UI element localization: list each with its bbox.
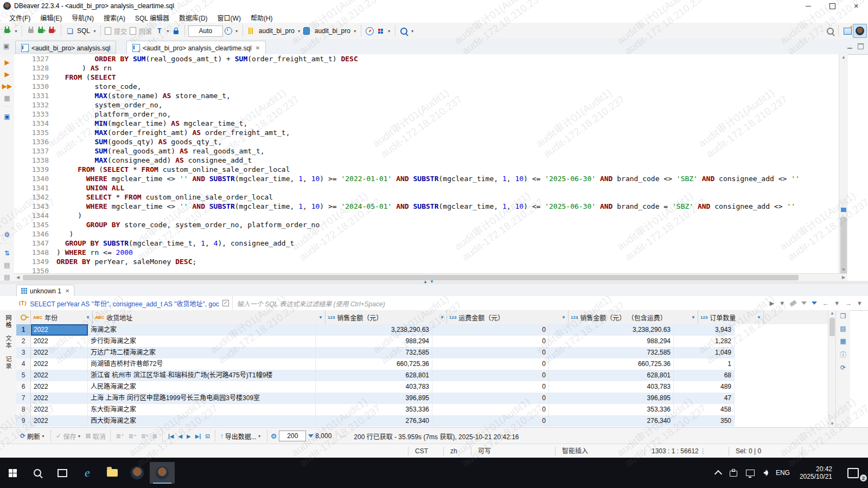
execute-new-tab-icon[interactable]: ▶ (0, 68, 14, 80)
table-cell[interactable]: 尚湖镇吉桥村许巷郎72号 (88, 358, 316, 370)
nav-back-dropdown-icon[interactable]: ▼ (834, 300, 840, 306)
table-cell[interactable]: 海澜之家 (88, 324, 316, 336)
filter-history-dropdown-icon[interactable]: ▼ (779, 300, 785, 306)
table-cell[interactable]: 628,801 (549, 370, 674, 381)
database-picker[interactable]: audit_bi_pro (315, 27, 350, 35)
table-cell[interactable]: 1,282 (674, 336, 735, 347)
sql-code-editor[interactable]: 1327 ORDER BY SUM(real_goods_amt_t) + SU… (14, 54, 839, 273)
column-filter-dropdown-icon[interactable]: ▼ (440, 315, 444, 320)
quick-search-icon[interactable] (825, 25, 835, 37)
row-number[interactable]: 2 (16, 336, 31, 347)
filter-input[interactable]: 输入一个 SQL 表达式来过滤结果 (使用 Ctrl+Space) (232, 296, 764, 310)
table-cell[interactable]: 276,340 (316, 415, 432, 427)
row-number[interactable]: 5 (16, 370, 31, 381)
column-filter-dropdown-icon[interactable]: ▼ (318, 315, 323, 320)
table-cell[interactable]: 0 (432, 415, 549, 427)
execute-script-icon[interactable]: ▶▶ (0, 80, 14, 92)
transaction-lock-icon[interactable] (171, 25, 181, 37)
language-indicator[interactable]: ENG (771, 462, 794, 484)
internet-explorer-icon[interactable]: e (75, 462, 100, 484)
next-row-icon[interactable]: ▶ (187, 433, 191, 439)
filter-sql-text[interactable]: SELECT perYear AS "年份", consignee_add_t … (30, 299, 219, 308)
table-cell[interactable]: 西大街海澜之家 (88, 415, 316, 427)
maximize-button[interactable] (820, 0, 844, 12)
table-cell[interactable]: 396,895 (549, 393, 674, 404)
tab-analysis-sql[interactable]: <audit_bi_pro> analysis.sql (15, 41, 116, 55)
delete-row-icon[interactable]: ≣ˣ (141, 433, 148, 440)
connect-icon[interactable] (26, 25, 36, 37)
grid-corner-cell[interactable] (16, 310, 31, 324)
table-cell[interactable]: 988,294 (549, 336, 674, 347)
table-cell[interactable]: 步行街海澜之家 (88, 336, 316, 347)
more-icon[interactable]: ··· (340, 432, 346, 440)
database-dropdown-icon[interactable]: ▼ (353, 29, 357, 33)
table-cell[interactable]: 2022 (31, 336, 88, 347)
close-tab-icon[interactable]: ✕ (256, 45, 260, 51)
taskbar-clock[interactable]: 20:42 2025/10/21 (794, 462, 838, 484)
notification-center-icon[interactable]: 2 (838, 462, 868, 484)
table-cell[interactable]: 0 (432, 347, 549, 358)
metadata-panel-icon[interactable]: ⓘ (840, 350, 846, 359)
column-filter-dropdown-icon[interactable]: ▼ (691, 315, 695, 320)
export-data-button[interactable]: ↑导出数据...▼ (220, 432, 263, 441)
table-cell[interactable]: 1 (674, 358, 735, 370)
tasks-icon[interactable] (376, 25, 386, 37)
table-cell[interactable]: 350 (674, 415, 735, 427)
menu-item[interactable]: 搜索(A) (99, 12, 130, 23)
last-row-icon[interactable]: ▶| (195, 433, 201, 439)
log-file-icon[interactable]: ▤ (0, 259, 14, 271)
column-header[interactable]: 123订单数量▼ (698, 310, 764, 324)
menu-item[interactable]: 文件(F) (4, 12, 35, 23)
transaction-dropdown-icon[interactable]: ▼ (166, 29, 170, 33)
max-rows-value[interactable]: 8,000 (315, 432, 331, 440)
table-cell[interactable]: 47 (674, 393, 735, 404)
duplicate-row-icon[interactable]: ≣⁼ (129, 433, 137, 440)
table-cell[interactable]: 458 (674, 404, 735, 415)
commit-mode-box[interactable]: Auto (188, 25, 223, 37)
database-icon[interactable] (303, 25, 312, 37)
open-view-icon[interactable] (843, 25, 852, 37)
close-results-icon[interactable]: ✕ (65, 288, 69, 294)
connection-dropdown-icon[interactable]: ▼ (297, 29, 301, 33)
sql-dropdown-icon[interactable]: ▼ (93, 29, 97, 33)
scrollbar-thumb[interactable] (23, 275, 799, 280)
cancel-button[interactable]: ⊠ 取消 (85, 432, 105, 441)
table-cell[interactable]: 2022 (31, 404, 88, 415)
table-cell[interactable]: 353,336 (316, 404, 432, 415)
menu-item[interactable]: 窗口(W) (213, 12, 246, 23)
search-dropdown-icon[interactable]: ▼ (411, 29, 414, 33)
network-tray-icon[interactable] (742, 462, 759, 484)
save-filter-icon[interactable] (801, 301, 807, 305)
maximize-results-icon[interactable]: ❐ (840, 312, 846, 320)
row-number[interactable]: 7 (16, 393, 31, 404)
reconnect-icon[interactable]: ⟳ (37, 25, 47, 37)
usb-tray-icon[interactable] (725, 462, 742, 484)
column-header[interactable]: ABC年份▼ (31, 310, 93, 324)
sql-editor-label[interactable]: SQL (77, 27, 90, 35)
expand-filter-icon[interactable] (222, 300, 229, 306)
menu-item[interactable]: SQL 编辑器 (130, 12, 174, 23)
edit-row-icon[interactable]: ≣ (152, 433, 157, 440)
table-cell[interactable]: 3,238,290.63 (549, 324, 674, 336)
tasks-dropdown-icon[interactable]: ▼ (387, 29, 391, 33)
add-row-icon[interactable]: ≣⁺ (116, 433, 124, 440)
maximize-editor-icon[interactable] (858, 43, 864, 49)
connection-picker[interactable]: audit_bi_pro (259, 27, 295, 35)
table-cell[interactable]: 2022 (31, 370, 88, 381)
table-cell[interactable]: 2022 (31, 358, 88, 370)
table-cell[interactable]: 0 (432, 358, 549, 370)
disconnect-icon[interactable]: ✕ (48, 25, 58, 37)
scroll-up-icon[interactable]: ▲ (839, 54, 848, 61)
table-cell[interactable]: 万达广场二楼海澜之家 (88, 347, 316, 358)
file-explorer-icon[interactable] (100, 462, 125, 484)
connection-icon[interactable] (247, 25, 257, 37)
transaction-log-dropdown-icon[interactable]: ▼ (235, 29, 239, 33)
dbeaver-taskbar-icon[interactable] (125, 462, 150, 484)
tray-chevron-icon[interactable] (711, 462, 725, 484)
table-cell[interactable]: 人民路海澜之家 (88, 381, 316, 393)
row-number[interactable]: 3 (16, 347, 31, 358)
commit-button[interactable]: 提交 (105, 25, 129, 37)
table-cell[interactable]: 732,585 (549, 347, 674, 358)
table-row[interactable]: 82022东大街海澜之家353,3360353,336458 (16, 404, 828, 415)
table-cell[interactable]: 732,585 (316, 347, 432, 358)
